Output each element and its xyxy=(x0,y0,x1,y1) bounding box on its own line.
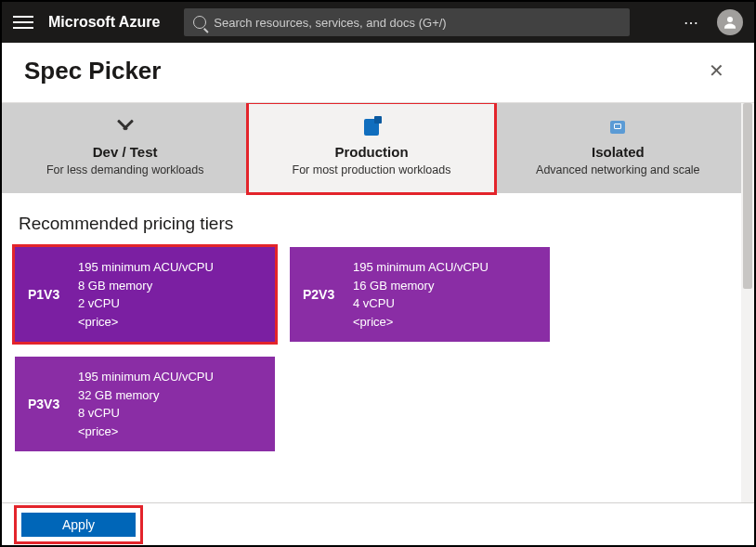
isolated-icon xyxy=(610,121,625,134)
tab-isolated[interactable]: Isolated Advanced networking and scale xyxy=(495,103,741,193)
pricing-tiers-grid: P1V3 195 minimum ACU/vCPU 8 GB memory 2 … xyxy=(2,247,741,451)
apply-button[interactable]: Apply xyxy=(21,513,136,537)
tier-acu: 195 minimum ACU/vCPU xyxy=(78,258,214,277)
tab-title: Isolated xyxy=(502,144,734,160)
tab-dev-test[interactable]: Dev / Test For less demanding workloads xyxy=(2,103,248,193)
tab-subtitle: Advanced networking and scale xyxy=(502,163,734,176)
search-input[interactable]: Search resources, services, and docs (G+… xyxy=(184,8,630,36)
tier-memory: 32 GB memory xyxy=(78,386,214,405)
page-title: Spec Picker xyxy=(24,57,161,85)
bottom-toolbar: Apply xyxy=(2,502,754,545)
content-scroll: Dev / Test For less demanding workloads … xyxy=(2,102,754,502)
tier-acu: 195 minimum ACU/vCPU xyxy=(353,258,489,277)
tools-icon xyxy=(116,118,135,137)
tab-subtitle: For most production workloads xyxy=(255,163,487,176)
tab-production[interactable]: Production For most production workloads xyxy=(248,103,494,193)
scrollbar[interactable] xyxy=(741,103,754,502)
tier-sku: P2V3 xyxy=(303,287,353,302)
brand-label: Microsoft Azure xyxy=(48,14,160,31)
tier-card-p2v3[interactable]: P2V3 195 minimum ACU/vCPU 16 GB memory 4… xyxy=(290,247,550,342)
tier-sku: P3V3 xyxy=(28,397,78,411)
search-icon xyxy=(193,16,206,29)
user-icon xyxy=(722,14,738,31)
tier-price: <price> xyxy=(78,423,214,441)
svg-point-0 xyxy=(727,17,733,22)
more-icon[interactable]: ⋯ xyxy=(684,14,700,32)
tab-subtitle: For less demanding workloads xyxy=(9,163,241,176)
global-topbar: Microsoft Azure Search resources, servic… xyxy=(2,2,754,43)
tier-cpu: 2 vCPU xyxy=(78,294,214,313)
menu-icon[interactable] xyxy=(13,12,33,33)
tier-cpu: 4 vCPU xyxy=(353,294,489,313)
close-icon[interactable]: ✕ xyxy=(701,56,732,85)
search-placeholder: Search resources, services, and docs (G+… xyxy=(214,16,446,30)
tier-card-p1v3[interactable]: P1V3 195 minimum ACU/vCPU 8 GB memory 2 … xyxy=(15,247,275,342)
tier-sku: P1V3 xyxy=(28,287,78,302)
tab-title: Dev / Test xyxy=(9,144,241,160)
tier-cpu: 8 vCPU xyxy=(78,404,214,423)
scrollbar-thumb[interactable] xyxy=(743,103,752,289)
tier-memory: 8 GB memory xyxy=(78,277,214,295)
server-icon xyxy=(364,119,379,136)
avatar[interactable] xyxy=(717,9,743,35)
blade-header: Spec Picker ✕ xyxy=(2,43,754,102)
tier-price: <price> xyxy=(78,313,214,332)
tier-specs: 195 minimum ACU/vCPU 32 GB memory 8 vCPU… xyxy=(78,368,214,440)
workload-tabs: Dev / Test For less demanding workloads … xyxy=(2,103,741,193)
apply-highlight: Apply xyxy=(17,508,140,541)
tier-specs: 195 minimum ACU/vCPU 8 GB memory 2 vCPU … xyxy=(78,258,214,331)
section-title: Recommended pricing tiers xyxy=(2,193,741,247)
tier-card-p3v3[interactable]: P3V3 195 minimum ACU/vCPU 32 GB memory 8… xyxy=(15,357,275,451)
tier-acu: 195 minimum ACU/vCPU xyxy=(78,368,214,386)
tier-price: <price> xyxy=(353,313,489,332)
tab-title: Production xyxy=(255,144,487,160)
tier-specs: 195 minimum ACU/vCPU 16 GB memory 4 vCPU… xyxy=(353,258,489,331)
tier-memory: 16 GB memory xyxy=(353,277,489,295)
